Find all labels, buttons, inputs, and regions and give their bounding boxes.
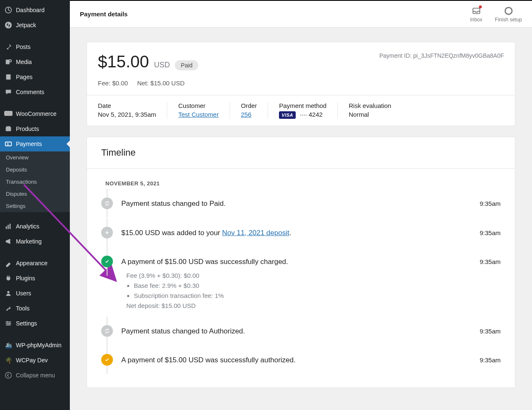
sidebar-item-jetpack[interactable]: Jetpack [0, 18, 70, 33]
inbox-label: Inbox [470, 17, 482, 23]
svg-rect-15 [6, 323, 11, 324]
sidebar-item-label: Pages [16, 74, 33, 80]
sidebar-item-plugins[interactable]: Plugins [0, 271, 70, 286]
net-label: Net: $15.00 USD [137, 79, 184, 87]
svg-text:$: $ [7, 142, 9, 146]
order-link[interactable]: 256 [241, 111, 251, 118]
finish-setup-button[interactable]: Finish setup [495, 6, 522, 23]
sidebar-item-analytics[interactable]: Analytics [0, 219, 70, 234]
payments-icon: $ [4, 140, 13, 148]
sidebar-item-label: Appearance [16, 260, 48, 266]
sidebar-subitem-settings[interactable]: Settings [0, 200, 70, 212]
sidebar-item-collapse[interactable]: Collapse menu [0, 368, 70, 383]
comment-icon [4, 88, 13, 96]
risk-label: Risk evaluation [349, 102, 391, 109]
inbox-icon [471, 6, 481, 16]
sidebar-subitem-disputes[interactable]: Disputes [0, 188, 70, 200]
woo-icon [4, 110, 13, 118]
sidebar-item-appearance[interactable]: Appearance [0, 256, 70, 271]
sidebar-item-label: WP-phpMyAdmin [16, 342, 61, 348]
svg-rect-14 [6, 322, 11, 323]
sidebar-item-settings[interactable]: Settings [0, 316, 70, 331]
svg-rect-18 [9, 323, 10, 324]
sidebar-item-label: WooCommerce [16, 110, 56, 117]
sidebar-item-wcpaydev[interactable]: 🌴 WCPay Dev [0, 353, 70, 368]
payment-currency: USD [154, 61, 170, 69]
payment-amount: $15.00 [98, 52, 149, 71]
timeline-text-suffix: . [289, 229, 292, 237]
sidebar-item-label: Media [16, 59, 32, 65]
sidebar-subitem-label: Transactions [6, 179, 37, 185]
sidebar-item-label: Tools [16, 305, 30, 312]
net-deposit-detail: Net deposit: $15.00 USD [126, 301, 501, 311]
marketing-icon [4, 237, 13, 246]
svg-rect-17 [7, 321, 8, 323]
jetpack-icon [4, 21, 13, 29]
sidebar-item-marketing[interactable]: Marketing [0, 234, 70, 249]
sidebar-item-woocommerce[interactable]: WooCommerce [0, 106, 70, 121]
svg-rect-6 [6, 127, 11, 131]
sidebar-item-label: WCPay Dev [16, 357, 48, 364]
timeline-card: Timeline NOVEMBER 5, 2021 Payment status… [87, 137, 515, 388]
timeline-date-group: NOVEMBER 5, 2021 [105, 180, 501, 187]
admin-sidebar: Dashboard Jetpack Posts Media Pages Comm… [0, 0, 70, 410]
db-icon: 🛳️ [4, 341, 13, 349]
sync-icon [101, 197, 113, 209]
sidebar-item-posts[interactable]: Posts [0, 39, 70, 54]
svg-rect-4 [6, 74, 11, 80]
media-icon [4, 58, 13, 66]
timeline-time: 9:35am [480, 229, 501, 236]
sidebar-item-label: Collapse menu [16, 372, 55, 379]
fee-detail-total: Fee (3.9% + $0.30): $0.00 [126, 271, 501, 281]
date-value: Nov 5, 2021, 9:35am [98, 111, 156, 118]
sidebar-item-label: Settings [16, 320, 37, 327]
circle-icon [504, 6, 514, 16]
svg-point-1 [5, 22, 12, 28]
sidebar-item-products[interactable]: Products [0, 121, 70, 136]
timeline-text-prefix: $15.00 USD was added to your [121, 229, 222, 237]
check-icon [101, 256, 113, 267]
timeline-text: A payment of $15.00 USD was successfully… [121, 256, 288, 267]
sidebar-item-tools[interactable]: Tools [0, 301, 70, 316]
deposit-link[interactable]: Nov 11, 2021 deposit [222, 229, 289, 237]
timeline-time: 9:35am [480, 258, 501, 265]
timeline-time: 9:35am [480, 356, 501, 364]
sidebar-item-media[interactable]: Media [0, 54, 70, 69]
svg-rect-11 [8, 225, 9, 229]
sidebar-item-label: Jetpack [16, 22, 36, 28]
sidebar-subitem-transactions[interactable]: Transactions [0, 176, 70, 188]
page-icon [4, 73, 13, 81]
page-title: Payment details [80, 10, 128, 18]
collapse-icon [4, 371, 13, 379]
sidebar-item-label: Plugins [16, 275, 35, 282]
customer-link[interactable]: Test Customer [178, 111, 219, 118]
sidebar-item-payments[interactable]: $ Payments [0, 136, 70, 151]
pin-icon [4, 43, 13, 51]
sidebar-subitem-deposits[interactable]: Deposits [0, 164, 70, 176]
sidebar-item-dashboard[interactable]: Dashboard [0, 3, 70, 18]
timeline-item: A payment of $15.00 USD was successfully… [101, 346, 501, 375]
inbox-button[interactable]: Inbox [470, 6, 482, 23]
sidebar-subitem-label: Deposits [6, 167, 27, 173]
sidebar-item-label: Analytics [16, 223, 39, 230]
sidebar-item-users[interactable]: Users [0, 286, 70, 301]
sidebar-subitem-overview[interactable]: Overview [0, 151, 70, 164]
sidebar-item-comments[interactable]: Comments [0, 85, 70, 100]
sidebar-item-label: Products [16, 126, 39, 132]
dashboard-icon [4, 6, 13, 14]
check-icon [101, 354, 113, 366]
analytics-icon [4, 222, 13, 231]
sidebar-item-phpmyadmin[interactable]: 🛳️ WP-phpMyAdmin [0, 338, 70, 353]
payment-id-value: pi_3JsFTN2EQznfM8yv0GBa8A0F [413, 52, 504, 59]
sidebar-item-pages[interactable]: Pages [0, 69, 70, 85]
settings-icon [4, 319, 13, 328]
sidebar-subitem-label: Disputes [6, 191, 27, 197]
risk-value: Normal [349, 111, 391, 118]
tools-icon [4, 304, 13, 313]
date-label: Date [98, 102, 156, 109]
timeline-item: A payment of $15.00 USD was successfully… [101, 247, 501, 317]
sync-icon [101, 325, 113, 337]
svg-point-3 [9, 60, 11, 62]
sidebar-subitem-label: Overview [6, 154, 28, 161]
fee-net-line: Fee: $0.00 Net: $15.00 USD [87, 79, 515, 95]
